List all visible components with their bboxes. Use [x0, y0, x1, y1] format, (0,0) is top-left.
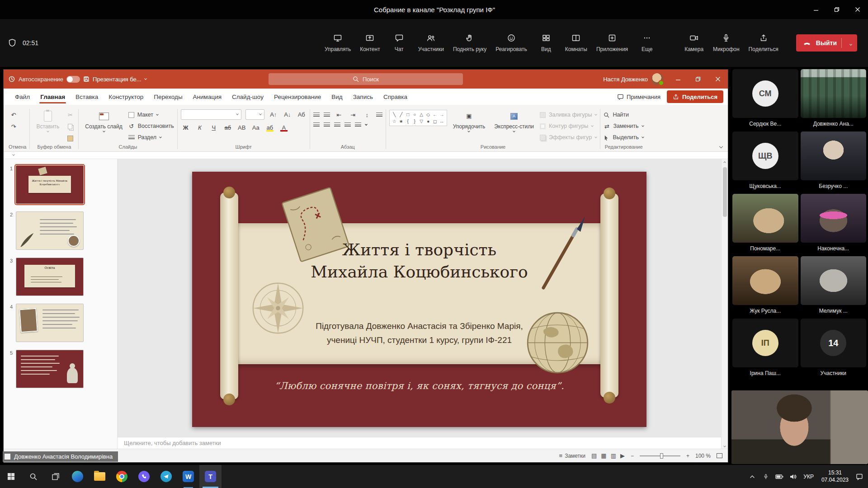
collapse-ribbon-chevron-icon[interactable] — [12, 153, 15, 156]
section-button[interactable]: Раздел — [128, 132, 174, 142]
scroll-up-icon[interactable] — [723, 161, 726, 164]
react-button[interactable]: Реагировать — [491, 29, 531, 57]
redo-icon[interactable]: ↷ — [9, 122, 19, 131]
ppt-minimize-icon[interactable] — [668, 70, 688, 89]
slide-thumbnail-1[interactable]: 1 Життя і творчість Михайла Коцюбинськог… — [6, 165, 114, 204]
justify-icon[interactable] — [344, 122, 351, 127]
shape-outline-button[interactable]: Контур фигуры — [540, 121, 597, 131]
slide-thumbnail-3[interactable]: 3 Освіта — [6, 258, 114, 296]
overflow-participants-tile[interactable]: 14 Участники — [801, 319, 867, 379]
decrease-indent-icon[interactable]: ⇤ — [334, 110, 344, 119]
menu-tab-view[interactable]: Вид — [326, 89, 347, 104]
menu-tab-home[interactable]: Главная — [35, 89, 70, 104]
shape-glyph[interactable]: ● — [425, 118, 432, 125]
notes-toggle-button[interactable]: ≡Заметки — [559, 452, 586, 459]
shape-glyph[interactable]: ▽ — [418, 118, 425, 125]
shape-effects-button[interactable]: Эффекты фигур — [540, 132, 597, 142]
viber-icon[interactable] — [133, 465, 155, 488]
slide-subtitle[interactable]: Підготувала Довженко Анастасія та Збірен… — [192, 319, 646, 347]
document-title[interactable]: Презентация бе... — [93, 76, 142, 83]
clear-format-icon[interactable]: Аб — [297, 110, 307, 119]
chat-button[interactable]: Чат — [385, 29, 413, 57]
numbered-list-icon[interactable] — [324, 113, 330, 117]
menu-tab-record[interactable]: Запись — [348, 89, 378, 104]
shape-glyph[interactable]: ╲ — [391, 111, 398, 118]
participant-tile[interactable]: Довженко Ана... — [801, 69, 867, 130]
participants-button[interactable]: Участники — [414, 29, 448, 57]
meeting-security-shield-icon[interactable] — [7, 38, 17, 48]
restore-icon[interactable] — [826, 0, 847, 19]
menu-tab-insert[interactable]: Вставка — [71, 89, 103, 104]
increase-indent-icon[interactable]: ⇥ — [348, 110, 358, 119]
current-slide[interactable]: Життя і творчість Михайла Коцюбинського … — [192, 172, 646, 427]
raise-hand-button[interactable]: Поднять руку — [449, 29, 491, 57]
menu-tab-design[interactable]: Конструктор — [104, 89, 148, 104]
zoom-in-button[interactable]: + — [686, 453, 689, 459]
account-area[interactable]: Настя Довженко — [603, 73, 665, 85]
comments-button[interactable]: Примечания — [617, 94, 660, 100]
ppt-restore-icon[interactable] — [688, 70, 708, 89]
align-center-icon[interactable] — [324, 122, 330, 127]
ppt-close-icon[interactable] — [708, 70, 728, 89]
find-button[interactable]: Найти — [604, 110, 644, 120]
align-right-icon[interactable] — [334, 122, 340, 127]
replace-button[interactable]: ⇄Заменить — [604, 121, 644, 131]
action-center-icon[interactable] — [853, 465, 866, 488]
more-button[interactable]: Еще — [633, 29, 661, 57]
slideshow-view-icon[interactable]: ▶ — [620, 452, 625, 459]
scrollbar-thumb[interactable] — [723, 167, 727, 217]
fit-to-window-icon[interactable] — [717, 453, 722, 458]
save-icon[interactable] — [83, 76, 90, 82]
slide-thumbnail-4[interactable]: 4 — [6, 304, 114, 342]
quick-styles-button[interactable]: А Экспресс-стили — [491, 108, 537, 133]
shape-glyph[interactable]: ╱ — [398, 111, 405, 118]
arrange-button[interactable]: ▣ Упорядочить — [450, 108, 488, 133]
participant-tile[interactable]: Наконечна... — [801, 194, 867, 254]
rooms-button[interactable]: Комнаты — [561, 29, 591, 57]
edge-icon[interactable] — [66, 465, 89, 488]
close-icon[interactable] — [847, 0, 868, 19]
text-highlight-icon[interactable]: аб — [265, 123, 275, 132]
zoom-slider[interactable] — [640, 455, 680, 456]
keyboard-language[interactable]: УКР — [800, 474, 817, 480]
normal-view-icon[interactable]: ▤ — [591, 452, 597, 459]
participant-tile[interactable]: ЩВ Щуковська... — [732, 131, 798, 192]
apps-button[interactable]: Приложения — [592, 29, 632, 57]
format-painter-icon[interactable] — [65, 134, 75, 143]
slide-thumbnail-5[interactable]: 5 — [6, 350, 114, 388]
change-case-icon[interactable]: Аа — [251, 123, 261, 132]
leave-options-button[interactable] — [846, 36, 855, 50]
telegram-icon[interactable] — [155, 465, 177, 488]
slide-thumbnail-2[interactable]: 2 — [6, 211, 114, 250]
align-left-icon[interactable] — [313, 122, 320, 127]
paragraph-more-chevron-icon[interactable] — [365, 123, 368, 126]
hidden-icons-chevron-icon[interactable] — [745, 465, 759, 488]
copy-icon[interactable] — [65, 122, 75, 131]
camera-button[interactable]: Камера — [680, 29, 708, 57]
menu-tab-slideshow[interactable]: Слайд-шоу — [227, 89, 269, 104]
scroll-down-icon[interactable] — [723, 445, 726, 447]
participant-tile[interactable]: Пономаре... — [732, 194, 798, 254]
participant-tile[interactable]: ІП Ірина Паш... — [732, 319, 798, 379]
shape-glyph[interactable]: } — [411, 118, 418, 125]
chrome-icon[interactable] — [111, 465, 133, 488]
ribbon-options-chevron-icon[interactable] — [719, 145, 723, 148]
underline-icon[interactable]: Ч — [209, 123, 219, 132]
participant-tile[interactable]: Жук Русла... — [732, 256, 798, 317]
task-view-icon[interactable] — [44, 465, 66, 488]
font-name-combo[interactable] — [181, 109, 241, 120]
notes-placeholder[interactable]: Щелкните, чтобы добавить заметки — [118, 437, 721, 449]
columns-icon[interactable] — [355, 122, 361, 127]
shape-glyph[interactable]: □ — [405, 111, 411, 118]
reading-view-icon[interactable]: ▥ — [611, 452, 616, 459]
bullet-list-icon[interactable] — [313, 113, 320, 117]
shape-glyph[interactable]: ★ — [398, 118, 405, 125]
increase-font-icon[interactable]: А↑ — [269, 110, 278, 119]
taskbar-search-icon[interactable] — [22, 465, 44, 488]
menu-tab-file[interactable]: Файл — [10, 89, 35, 104]
shape-fill-button[interactable]: Заливка фигуры — [540, 110, 597, 120]
slide-canvas[interactable]: Життя і творчість Михайла Коцюбинського … — [118, 159, 721, 437]
shape-glyph[interactable]: ◇ — [425, 111, 432, 118]
menu-tab-animations[interactable]: Анимация — [188, 89, 226, 104]
font-size-combo[interactable] — [245, 109, 264, 120]
